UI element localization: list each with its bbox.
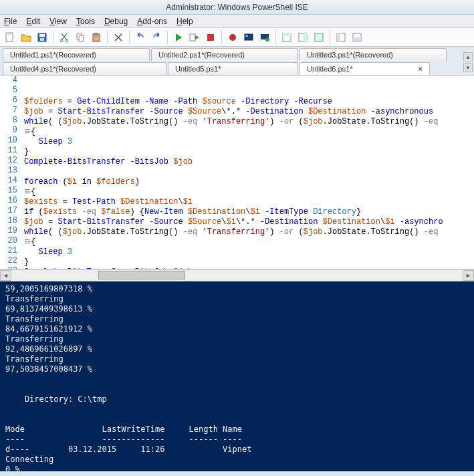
tab-scroll-up[interactable]: ▲	[463, 52, 473, 62]
start-remote-button[interactable]	[257, 30, 272, 45]
svg-rect-24	[337, 33, 340, 41]
svg-rect-12	[207, 34, 214, 41]
scroll-right-button[interactable]: ►	[463, 270, 474, 281]
tab-untitled5[interactable]: Untitled5.ps1*	[168, 62, 298, 75]
tab-untitled6[interactable]: Untitled6.ps1*×	[300, 62, 430, 75]
breakpoint-button[interactable]	[225, 30, 240, 45]
save-button[interactable]	[35, 30, 49, 45]
tab-untitled4[interactable]: Untitled4.ps1*(Recovered)	[3, 62, 166, 75]
paste-button[interactable]	[89, 30, 104, 45]
open-file-button[interactable]	[19, 30, 33, 45]
tabs-row-2: Untitled4.ps1*(Recovered) Untitled5.ps1*…	[0, 61, 474, 76]
menu-help[interactable]: Help	[176, 17, 193, 26]
menu-file[interactable]: File	[4, 17, 17, 26]
tab-untitled2[interactable]: Untitled2.ps1*(Recovered)	[151, 48, 298, 61]
copy-button[interactable]	[73, 30, 88, 45]
line-gutter: 456789101112131415161718192021222324	[0, 76, 20, 269]
svg-rect-22	[315, 33, 323, 41]
tab-untitled3[interactable]: Untitled3.ps1*(Recovered)	[300, 48, 447, 61]
show-script-pane-max-button[interactable]	[312, 30, 326, 45]
stop-button[interactable]	[203, 30, 218, 45]
new-remote-tab-button[interactable]	[241, 30, 256, 45]
menu-view[interactable]: View	[49, 17, 67, 26]
window-titlebar: Administrator: Windows PowerShell ISE	[0, 0, 474, 15]
show-command-addon-button[interactable]	[334, 30, 348, 45]
cut-button[interactable]	[57, 30, 72, 45]
window-title: Administrator: Windows PowerShell ISE	[166, 3, 308, 12]
show-script-pane-right-button[interactable]	[295, 30, 310, 45]
scroll-left-button[interactable]: ◄	[0, 270, 11, 281]
show-script-pane-top-button[interactable]	[279, 30, 294, 45]
menu-debug[interactable]: Debug	[104, 17, 128, 26]
clear-button[interactable]	[111, 30, 126, 45]
svg-rect-19	[283, 33, 291, 37]
toolbar	[0, 28, 474, 47]
svg-rect-4	[40, 38, 44, 41]
svg-rect-21	[303, 33, 307, 41]
run-selection-button[interactable]	[187, 30, 202, 45]
code-area[interactable]: $folders = Get-ChildItem -Name -Path $so…	[24, 77, 474, 269]
svg-rect-3	[39, 34, 45, 37]
new-file-button[interactable]	[3, 30, 17, 45]
menubar: File Edit View Tools Debug Add-ons Help	[0, 15, 474, 28]
svg-rect-8	[79, 35, 84, 41]
undo-button[interactable]	[133, 30, 148, 45]
menu-addons[interactable]: Add-ons	[137, 17, 167, 26]
menu-edit[interactable]: Edit	[26, 17, 40, 26]
svg-rect-11	[190, 34, 195, 41]
tab-scroll: ▲ ▼	[463, 52, 473, 72]
scroll-track[interactable]	[11, 270, 463, 281]
svg-rect-26	[353, 37, 361, 41]
show-command-window-button[interactable]	[350, 30, 364, 45]
svg-point-13	[229, 34, 236, 41]
close-icon[interactable]: ×	[419, 65, 423, 73]
svg-rect-15	[245, 35, 248, 37]
tab-untitled1[interactable]: Untitled1.ps1*(Recovered)	[3, 48, 150, 61]
script-editor[interactable]: 456789101112131415161718192021222324 $fo…	[0, 76, 474, 269]
horizontal-scrollbar[interactable]: ◄ ►	[0, 269, 474, 281]
menu-tools[interactable]: Tools	[76, 17, 95, 26]
svg-rect-10	[94, 33, 98, 35]
scroll-thumb[interactable]	[98, 271, 185, 279]
svg-rect-1	[6, 33, 13, 35]
run-button[interactable]	[171, 30, 186, 45]
redo-button[interactable]	[149, 30, 164, 45]
console-pane[interactable]: 59,2005169807318 % Transferring 69,81374…	[0, 281, 474, 471]
svg-point-17	[265, 37, 269, 41]
tab-scroll-down[interactable]: ▼	[463, 63, 473, 72]
tabs-row-1: Untitled1.ps1*(Recovered) Untitled2.ps1*…	[0, 47, 474, 61]
